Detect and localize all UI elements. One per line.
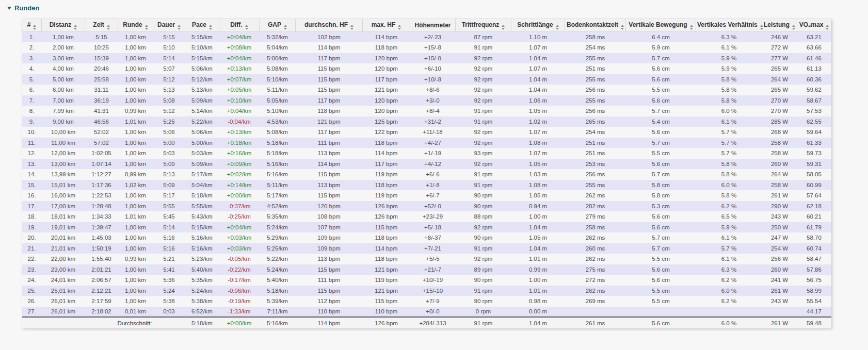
cell: 112 bpm	[296, 296, 363, 307]
cell: 262 ms	[565, 286, 626, 296]
sort-icon[interactable]	[209, 25, 212, 30]
sort-icon[interactable]	[107, 25, 110, 30]
col-header-bodenkontaktzeit[interactable]: Bodenkontaktzeit	[565, 19, 626, 32]
cell: 1,00 km	[118, 296, 153, 307]
cell: 5:15	[85, 32, 118, 43]
cell: 1.05 m	[511, 159, 565, 170]
cell: 277 W	[762, 53, 797, 64]
cell: 55.54	[797, 296, 831, 307]
header-row: #DistanzZeitRundeDauerPaceDiff.GAPdurchs…	[22, 19, 831, 32]
col-header-trittfrequenz[interactable]: Trittfrequenz	[456, 19, 511, 32]
cell: +0:13/km	[219, 63, 260, 74]
cell	[696, 307, 762, 318]
cell: 1.04 m	[511, 222, 565, 233]
cell: +1/-8	[410, 180, 456, 191]
col-header-runde[interactable]: Runde	[118, 19, 153, 32]
cell: 1.07 m	[511, 127, 565, 138]
cell: 1.01 m	[511, 254, 565, 264]
cell: 5:35/km	[260, 211, 296, 222]
sort-icon[interactable]	[792, 25, 795, 30]
col-header-distanz[interactable]: Distanz	[42, 19, 85, 32]
col-header-leistung[interactable]: Leistung	[762, 19, 797, 32]
cell: 5:06/km	[185, 127, 219, 138]
sort-icon[interactable]	[690, 25, 693, 30]
cell	[565, 307, 626, 318]
cell: 1:02:05	[85, 148, 118, 159]
cell: 5:00/km	[185, 138, 219, 148]
sort-icon[interactable]	[350, 25, 353, 30]
cell: +6/-10	[410, 63, 456, 74]
table-row: 1.1,00 km5:151,00 km5:155:15/km+0:04/km5…	[22, 32, 831, 43]
cell: +11/-18	[410, 127, 456, 138]
sort-icon[interactable]	[33, 25, 36, 30]
sort-icon[interactable]	[245, 25, 248, 30]
col-header-diff[interactable]: Diff.	[219, 19, 260, 32]
col-header-vertikales-verh-ltnis[interactable]: Vertikales Verhältnis	[696, 19, 762, 32]
cell: 5.7 cm	[626, 243, 696, 254]
cell: 285 W	[762, 116, 797, 127]
sort-icon[interactable]	[284, 25, 287, 30]
cell: 108 bpm	[296, 211, 363, 222]
sort-icon[interactable]	[621, 25, 624, 30]
col-header-zeit[interactable]: Zeit	[85, 19, 118, 32]
cell: 6.0 %	[696, 286, 762, 296]
cell: +52/-0	[410, 201, 456, 212]
sort-icon[interactable]	[826, 25, 829, 30]
col-header-h-henmeter: Höhenmeter	[410, 19, 456, 32]
column-label: Vertikales Verhältnis	[697, 21, 758, 28]
cell: +0:07/km	[219, 74, 260, 85]
col-header-vertikale-bewegung[interactable]: Vertikale Bewegung	[626, 19, 696, 32]
cell: 5:09	[153, 159, 185, 170]
cell: 269 ms	[565, 296, 626, 307]
col-header-schrittl-nge[interactable]: Schrittlänge	[511, 19, 565, 32]
table-row: 8.7,99 km41:310,99 km5:125:14/km+0:04/km…	[22, 106, 831, 116]
cell: 5:11/km	[260, 85, 296, 95]
col-header-pace[interactable]: Pace	[185, 19, 219, 32]
sort-icon[interactable]	[178, 25, 181, 30]
cell: 5:14/km	[185, 106, 219, 116]
cell: 1:07:14	[85, 159, 118, 170]
sort-icon[interactable]	[398, 25, 401, 30]
col-header-durchschn-hf[interactable]: durchschn. HF	[296, 19, 363, 32]
cell: 272 W	[762, 42, 797, 53]
cell: 1,00 km	[118, 42, 153, 53]
col-header-vo-max[interactable]: VO₂max	[797, 19, 831, 32]
cell: 91 rpm	[456, 169, 511, 180]
cell: 109 bpm	[296, 232, 363, 243]
average-cell: 126 bpm	[363, 317, 410, 328]
collapse-icon[interactable]	[7, 7, 11, 10]
sort-icon[interactable]	[556, 25, 559, 30]
cell: 92 rpm	[456, 127, 511, 138]
table-row: 24.24,01 km2:06:571,00 km5:365:35/km-0:1…	[22, 275, 831, 286]
cell: 117 bpm	[363, 159, 410, 170]
col-header-dauer[interactable]: Dauer	[153, 19, 185, 32]
cell: 61.33	[797, 138, 831, 148]
cell: 5:15	[153, 32, 185, 43]
cell: 11,00 km	[42, 138, 85, 148]
sort-icon[interactable]	[502, 25, 505, 30]
cell: 23,00 km	[42, 264, 85, 275]
column-label: Bodenkontaktzeit	[567, 21, 618, 28]
laps-table: #DistanzZeitRundeDauerPaceDiff.GAPdurchs…	[22, 19, 831, 328]
sort-icon[interactable]	[145, 25, 148, 30]
sort-icon[interactable]	[74, 25, 77, 30]
cell: 91 rpm	[456, 180, 511, 191]
cell: 5:16/km	[260, 159, 296, 170]
cell: 5:14	[153, 222, 185, 233]
col-header-gap[interactable]: GAP	[260, 19, 296, 32]
col-header-col[interactable]: #	[22, 19, 42, 32]
column-label: Schrittlänge	[517, 21, 553, 28]
cell: 1,01 km	[118, 116, 153, 127]
cell: +0:00/km	[219, 190, 260, 201]
cell: +0:04/km	[219, 222, 260, 233]
col-header-max-hf[interactable]: max. HF	[363, 19, 410, 32]
cell: 0,01 km	[118, 307, 153, 318]
sort-icon[interactable]	[760, 25, 763, 30]
cell: 115 bpm	[296, 169, 363, 180]
cell: 122 bpm	[363, 127, 410, 138]
cell: 0 rpm	[456, 307, 511, 318]
table-row: 15.15,01 km1:17:361,02 km5:095:04/km+0:1…	[22, 180, 831, 191]
section-title[interactable]: Runden	[14, 4, 39, 12]
section-header[interactable]: Runden	[0, 4, 868, 12]
average-cell: 5:16/km	[260, 317, 296, 328]
